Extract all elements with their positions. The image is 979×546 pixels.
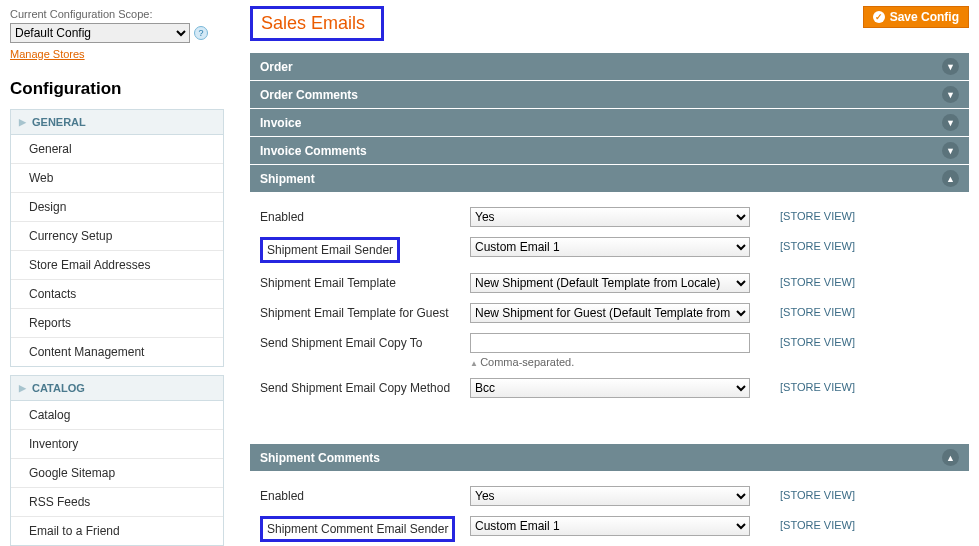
nav-item-email-friend[interactable]: Email to a Friend	[11, 517, 223, 545]
nav-item-rss[interactable]: RSS Feeds	[11, 488, 223, 517]
nav-item-design[interactable]: Design	[11, 193, 223, 222]
chevron-right-icon: ▶	[19, 383, 26, 393]
shipment-copyto-hint: Comma-separated.	[470, 356, 760, 368]
section-label: Shipment Comments	[260, 451, 380, 465]
shipment-enabled-select[interactable]: Yes	[470, 207, 750, 227]
page-title: Sales Emails	[250, 6, 384, 41]
sc-enabled-label: Enabled	[260, 486, 460, 503]
scope-link[interactable]: [STORE VIEW]	[780, 237, 855, 252]
nav-item-store-email[interactable]: Store Email Addresses	[11, 251, 223, 280]
shipment-body: Enabled Yes [STORE VIEW] Shipment Email …	[250, 193, 969, 422]
nav-item-general[interactable]: General	[11, 135, 223, 164]
chevron-right-icon: ▶	[19, 117, 26, 127]
chevron-up-icon: ▲	[942, 449, 959, 466]
scope-link[interactable]: [STORE VIEW]	[780, 303, 855, 318]
shipment-copymethod-label: Send Shipment Email Copy Method	[260, 378, 460, 395]
section-label: Order	[260, 60, 293, 74]
nav-item-reports[interactable]: Reports	[11, 309, 223, 338]
shipment-template-select[interactable]: New Shipment (Default Template from Loca…	[470, 273, 750, 293]
scope-label: Current Configuration Scope:	[10, 8, 224, 20]
shipment-copyto-label: Send Shipment Email Copy To	[260, 333, 460, 350]
chevron-down-icon: ▼	[942, 58, 959, 75]
scope-link[interactable]: [STORE VIEW]	[780, 378, 855, 393]
save-config-button[interactable]: ✓Save Config	[863, 6, 969, 28]
shipment-copymethod-select[interactable]: Bcc	[470, 378, 750, 398]
section-label: Shipment	[260, 172, 315, 186]
section-shipment-comments[interactable]: Shipment Comments ▲	[250, 444, 969, 472]
shipment-template-guest-select[interactable]: New Shipment for Guest (Default Template…	[470, 303, 750, 323]
shipment-enabled-label: Enabled	[260, 207, 460, 224]
shipment-template-guest-label: Shipment Email Template for Guest	[260, 303, 460, 320]
chevron-down-icon: ▼	[942, 114, 959, 131]
scope-link[interactable]: [STORE VIEW]	[780, 273, 855, 288]
nav-item-contacts[interactable]: Contacts	[11, 280, 223, 309]
config-title: Configuration	[10, 79, 224, 99]
nav-item-google-sitemap[interactable]: Google Sitemap	[11, 459, 223, 488]
nav-header-catalog[interactable]: ▶CATALOG	[11, 376, 223, 400]
help-icon[interactable]: ?	[194, 26, 208, 40]
nav-header-label: GENERAL	[32, 116, 86, 128]
nav-group-general: ▶GENERAL General Web Design Currency Set…	[10, 109, 224, 367]
section-invoice-comments[interactable]: Invoice Comments ▼	[250, 137, 969, 165]
shipment-sender-select[interactable]: Custom Email 1	[470, 237, 750, 257]
save-label: Save Config	[890, 10, 959, 24]
section-shipment[interactable]: Shipment ▲	[250, 165, 969, 193]
manage-stores-link[interactable]: Manage Stores	[10, 48, 85, 60]
sc-enabled-select[interactable]: Yes	[470, 486, 750, 506]
sc-sender-select[interactable]: Custom Email 1	[470, 516, 750, 536]
chevron-down-icon: ▼	[942, 142, 959, 159]
shipment-comments-body: Enabled Yes [STORE VIEW] Shipment Commen…	[250, 472, 969, 546]
section-order[interactable]: Order ▼	[250, 53, 969, 81]
nav-header-general[interactable]: ▶GENERAL	[11, 110, 223, 134]
shipment-template-label: Shipment Email Template	[260, 273, 460, 290]
section-label: Invoice	[260, 116, 301, 130]
chevron-down-icon: ▼	[942, 86, 959, 103]
nav-header-label: CATALOG	[32, 382, 85, 394]
section-label: Invoice Comments	[260, 144, 367, 158]
nav-item-catalog[interactable]: Catalog	[11, 401, 223, 430]
nav-item-content-mgmt[interactable]: Content Management	[11, 338, 223, 366]
scope-link[interactable]: [STORE VIEW]	[780, 333, 855, 348]
shipment-copyto-input[interactable]	[470, 333, 750, 353]
chevron-up-icon: ▲	[942, 170, 959, 187]
nav-item-inventory[interactable]: Inventory	[11, 430, 223, 459]
section-invoice[interactable]: Invoice ▼	[250, 109, 969, 137]
scope-select[interactable]: Default Config	[10, 23, 190, 43]
sidebar: Current Configuration Scope: Default Con…	[0, 0, 234, 546]
check-icon: ✓	[873, 11, 885, 23]
nav-item-web[interactable]: Web	[11, 164, 223, 193]
nav-item-currency[interactable]: Currency Setup	[11, 222, 223, 251]
main-content: Sales Emails ✓Save Config Order ▼ Order …	[234, 0, 979, 546]
nav-group-catalog: ▶CATALOG Catalog Inventory Google Sitema…	[10, 375, 224, 546]
section-order-comments[interactable]: Order Comments ▼	[250, 81, 969, 109]
section-label: Order Comments	[260, 88, 358, 102]
shipment-sender-label: Shipment Email Sender	[260, 237, 400, 263]
scope-link[interactable]: [STORE VIEW]	[780, 516, 855, 531]
scope-link[interactable]: [STORE VIEW]	[780, 486, 855, 501]
scope-link[interactable]: [STORE VIEW]	[780, 207, 855, 222]
sc-sender-label: Shipment Comment Email Sender	[260, 516, 455, 542]
